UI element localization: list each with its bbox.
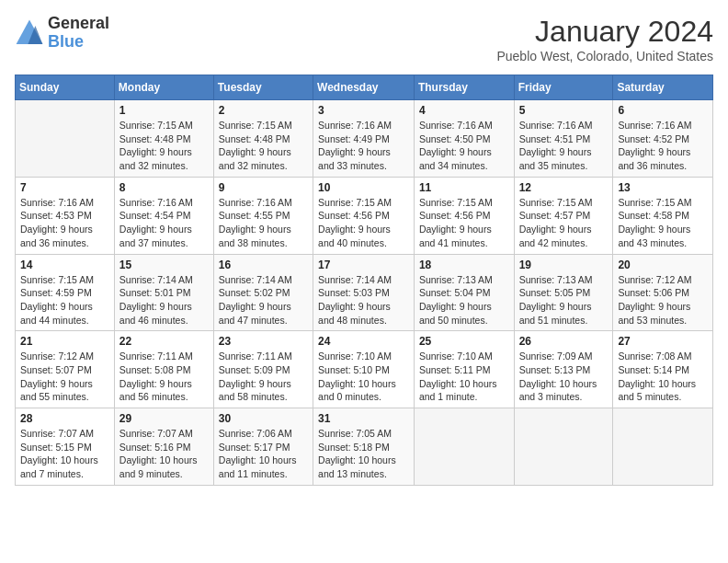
day-header-thursday: Thursday — [414, 75, 514, 100]
day-cell: 31Sunrise: 7:05 AMSunset: 5:18 PMDayligh… — [313, 408, 415, 486]
day-info: Sunrise: 7:13 AMSunset: 5:05 PMDaylight:… — [519, 273, 609, 327]
logo-general: General — [48, 15, 109, 33]
day-info: Sunrise: 7:16 AMSunset: 4:52 PMDaylight:… — [618, 119, 708, 173]
day-cell: 23Sunrise: 7:11 AMSunset: 5:09 PMDayligh… — [213, 331, 313, 408]
day-number: 22 — [119, 335, 209, 348]
day-number: 27 — [618, 335, 708, 348]
day-info: Sunrise: 7:16 AMSunset: 4:54 PMDaylight:… — [119, 196, 209, 250]
week-row-4: 21Sunrise: 7:12 AMSunset: 5:07 PMDayligh… — [16, 331, 713, 408]
day-header-monday: Monday — [114, 75, 213, 100]
day-number: 5 — [519, 104, 609, 117]
day-info: Sunrise: 7:15 AMSunset: 4:56 PMDaylight:… — [419, 196, 509, 250]
day-number: 31 — [318, 412, 409, 425]
day-info: Sunrise: 7:07 AMSunset: 5:15 PMDaylight:… — [20, 427, 109, 481]
day-number: 14 — [20, 259, 109, 271]
day-number: 29 — [119, 412, 209, 425]
day-cell — [414, 408, 514, 486]
day-info: Sunrise: 7:14 AMSunset: 5:02 PMDaylight:… — [219, 273, 308, 327]
day-info: Sunrise: 7:12 AMSunset: 5:06 PMDaylight:… — [618, 273, 708, 327]
calendar-body: 1Sunrise: 7:15 AMSunset: 4:48 PMDaylight… — [16, 100, 713, 486]
day-cell: 27Sunrise: 7:08 AMSunset: 5:14 PMDayligh… — [613, 331, 713, 408]
day-number: 20 — [618, 259, 708, 271]
title-block: January 2024 Pueblo West, Colorado, Unit… — [496, 15, 713, 63]
week-row-3: 14Sunrise: 7:15 AMSunset: 4:59 PMDayligh… — [16, 254, 713, 331]
logo: General Blue — [15, 15, 109, 52]
day-info: Sunrise: 7:16 AMSunset: 4:49 PMDaylight:… — [318, 119, 409, 173]
day-number: 26 — [519, 335, 609, 348]
day-info: Sunrise: 7:16 AMSunset: 4:50 PMDaylight:… — [419, 119, 509, 173]
day-info: Sunrise: 7:14 AMSunset: 5:03 PMDaylight:… — [318, 273, 409, 327]
day-cell: 19Sunrise: 7:13 AMSunset: 5:05 PMDayligh… — [514, 254, 613, 331]
day-info: Sunrise: 7:09 AMSunset: 5:13 PMDaylight:… — [519, 350, 609, 404]
day-info: Sunrise: 7:13 AMSunset: 5:04 PMDaylight:… — [419, 273, 509, 327]
logo-blue: Blue — [48, 33, 109, 52]
day-cell — [16, 100, 115, 178]
day-info: Sunrise: 7:05 AMSunset: 5:18 PMDaylight:… — [318, 427, 409, 481]
day-number: 18 — [419, 259, 509, 271]
day-cell: 13Sunrise: 7:15 AMSunset: 4:58 PMDayligh… — [613, 177, 713, 254]
day-info: Sunrise: 7:06 AMSunset: 5:17 PMDaylight:… — [219, 427, 308, 481]
day-number: 6 — [618, 104, 708, 117]
day-info: Sunrise: 7:08 AMSunset: 5:14 PMDaylight:… — [618, 350, 708, 404]
day-cell: 16Sunrise: 7:14 AMSunset: 5:02 PMDayligh… — [213, 254, 313, 331]
week-row-1: 1Sunrise: 7:15 AMSunset: 4:48 PMDaylight… — [16, 100, 713, 178]
day-info: Sunrise: 7:10 AMSunset: 5:11 PMDaylight:… — [419, 350, 509, 404]
day-info: Sunrise: 7:11 AMSunset: 5:09 PMDaylight:… — [219, 350, 308, 404]
day-info: Sunrise: 7:15 AMSunset: 4:56 PMDaylight:… — [318, 196, 409, 250]
day-cell: 18Sunrise: 7:13 AMSunset: 5:04 PMDayligh… — [414, 254, 514, 331]
day-cell: 24Sunrise: 7:10 AMSunset: 5:10 PMDayligh… — [313, 331, 415, 408]
day-info: Sunrise: 7:15 AMSunset: 4:48 PMDaylight:… — [219, 119, 308, 173]
day-info: Sunrise: 7:16 AMSunset: 4:55 PMDaylight:… — [219, 196, 308, 250]
day-cell: 21Sunrise: 7:12 AMSunset: 5:07 PMDayligh… — [16, 331, 115, 408]
day-cell: 8Sunrise: 7:16 AMSunset: 4:54 PMDaylight… — [114, 177, 213, 254]
day-cell: 25Sunrise: 7:10 AMSunset: 5:11 PMDayligh… — [414, 331, 514, 408]
day-number: 16 — [219, 259, 308, 271]
day-cell: 6Sunrise: 7:16 AMSunset: 4:52 PMDaylight… — [613, 100, 713, 178]
day-info: Sunrise: 7:16 AMSunset: 4:53 PMDaylight:… — [20, 196, 109, 250]
day-cell: 15Sunrise: 7:14 AMSunset: 5:01 PMDayligh… — [114, 254, 213, 331]
day-number: 25 — [419, 335, 509, 348]
day-info: Sunrise: 7:07 AMSunset: 5:16 PMDaylight:… — [119, 427, 209, 481]
day-cell: 4Sunrise: 7:16 AMSunset: 4:50 PMDaylight… — [414, 100, 514, 178]
day-number: 3 — [318, 104, 409, 117]
day-cell: 11Sunrise: 7:15 AMSunset: 4:56 PMDayligh… — [414, 177, 514, 254]
day-info: Sunrise: 7:15 AMSunset: 4:57 PMDaylight:… — [519, 196, 609, 250]
day-cell: 7Sunrise: 7:16 AMSunset: 4:53 PMDaylight… — [16, 177, 115, 254]
day-cell — [613, 408, 713, 486]
day-info: Sunrise: 7:14 AMSunset: 5:01 PMDaylight:… — [119, 273, 209, 327]
page-header: General Blue January 2024 Pueblo West, C… — [15, 15, 713, 63]
logo-text: General Blue — [48, 15, 109, 52]
day-cell: 22Sunrise: 7:11 AMSunset: 5:08 PMDayligh… — [114, 331, 213, 408]
day-number: 10 — [318, 181, 409, 194]
day-number: 28 — [20, 412, 109, 425]
day-info: Sunrise: 7:12 AMSunset: 5:07 PMDaylight:… — [20, 350, 109, 404]
day-info: Sunrise: 7:11 AMSunset: 5:08 PMDaylight:… — [119, 350, 209, 404]
day-number: 17 — [318, 259, 409, 271]
day-number: 4 — [419, 104, 509, 117]
day-cell: 3Sunrise: 7:16 AMSunset: 4:49 PMDaylight… — [313, 100, 415, 178]
month-title: January 2024 — [496, 15, 713, 49]
day-number: 15 — [119, 259, 209, 271]
header-row: SundayMondayTuesdayWednesdayThursdayFrid… — [16, 75, 713, 100]
day-cell: 5Sunrise: 7:16 AMSunset: 4:51 PMDaylight… — [514, 100, 613, 178]
day-cell — [514, 408, 613, 486]
day-cell: 12Sunrise: 7:15 AMSunset: 4:57 PMDayligh… — [514, 177, 613, 254]
day-number: 9 — [219, 181, 308, 194]
day-info: Sunrise: 7:10 AMSunset: 5:10 PMDaylight:… — [318, 350, 409, 404]
day-cell: 1Sunrise: 7:15 AMSunset: 4:48 PMDaylight… — [114, 100, 213, 178]
day-cell: 26Sunrise: 7:09 AMSunset: 5:13 PMDayligh… — [514, 331, 613, 408]
day-info: Sunrise: 7:15 AMSunset: 4:58 PMDaylight:… — [618, 196, 708, 250]
day-header-friday: Friday — [514, 75, 613, 100]
day-number: 19 — [519, 259, 609, 271]
day-number: 7 — [20, 181, 109, 194]
day-cell: 29Sunrise: 7:07 AMSunset: 5:16 PMDayligh… — [114, 408, 213, 486]
day-header-saturday: Saturday — [613, 75, 713, 100]
day-cell: 17Sunrise: 7:14 AMSunset: 5:03 PMDayligh… — [313, 254, 415, 331]
day-number: 13 — [618, 181, 708, 194]
day-header-sunday: Sunday — [16, 75, 115, 100]
calendar-header: SundayMondayTuesdayWednesdayThursdayFrid… — [16, 75, 713, 100]
day-number: 8 — [119, 181, 209, 194]
day-header-wednesday: Wednesday — [313, 75, 415, 100]
day-number: 24 — [318, 335, 409, 348]
week-row-5: 28Sunrise: 7:07 AMSunset: 5:15 PMDayligh… — [16, 408, 713, 486]
